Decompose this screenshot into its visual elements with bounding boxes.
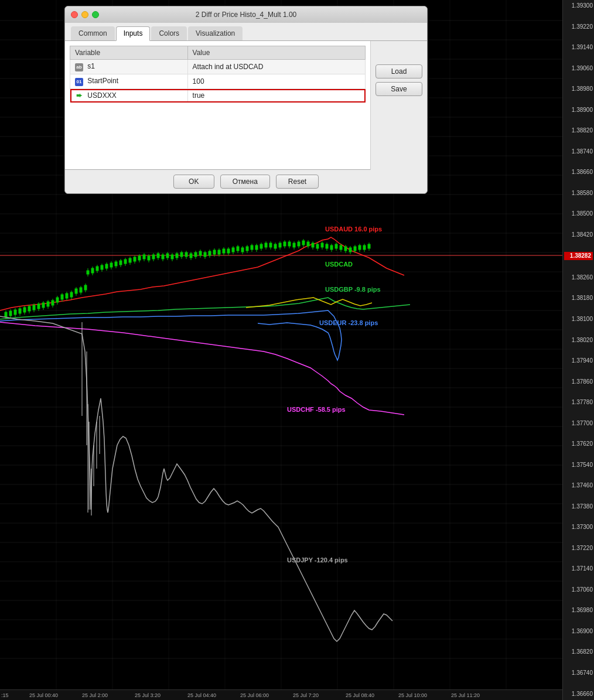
cancel-button[interactable]: Отмена (220, 175, 270, 189)
price-24: 1.37380 (564, 503, 593, 510)
svg-rect-55 (110, 263, 112, 267)
price-8: 1.38740 (564, 148, 593, 155)
svg-rect-175 (23, 308, 26, 312)
svg-rect-115 (251, 245, 253, 250)
svg-rect-169 (9, 311, 12, 316)
series-label-usdgbp: USDGBP -9.8 pips (325, 286, 381, 293)
dialog-titlebar: 2 Diff or Price Histo_4_Mult 1.00 (65, 6, 427, 23)
price-31: 1.36820 (564, 648, 593, 655)
svg-rect-89 (190, 254, 192, 258)
close-button[interactable] (71, 11, 78, 18)
price-30: 1.36900 (564, 628, 593, 635)
time-label-0: :15 (1, 692, 9, 698)
time-label-4: 25 Jul 04:40 (187, 692, 216, 698)
price-11: 1.38500 (564, 210, 593, 217)
svg-rect-107 (232, 248, 234, 252)
price-12: 1.38420 (564, 231, 593, 238)
svg-rect-193 (66, 293, 68, 298)
svg-rect-145 (321, 243, 323, 247)
svg-rect-201 (84, 285, 87, 290)
svg-rect-173 (19, 309, 21, 313)
svg-rect-183 (42, 303, 45, 308)
minimize-button[interactable] (81, 11, 88, 18)
series-label-usdeur: USDEUR -23.8 pips (319, 319, 378, 326)
price-18: 1.37860 (564, 378, 593, 385)
svg-rect-153 (340, 245, 342, 250)
tab-bar: Common Inputs Colors Visualization (65, 23, 427, 41)
ok-button[interactable]: OK (173, 175, 214, 189)
tab-common[interactable]: Common (71, 26, 115, 40)
time-label-5: 25 Jul 06:00 (240, 692, 269, 698)
price-22: 1.37540 (564, 462, 593, 469)
svg-rect-139 (307, 242, 309, 246)
price-14: 1.38180 (564, 295, 593, 302)
price-17: 1.37940 (564, 357, 593, 364)
var-icon-arrow: ➨ (75, 91, 83, 100)
svg-rect-81 (171, 255, 173, 259)
price-19: 1.37780 (564, 399, 593, 406)
svg-rect-189 (56, 298, 59, 302)
svg-rect-85 (180, 252, 183, 257)
svg-rect-191 (61, 295, 63, 299)
dialog-title: 2 Diff or Price Histo_4_Mult 1.00 (196, 11, 297, 19)
tab-colors[interactable]: Colors (151, 26, 187, 40)
svg-rect-101 (218, 250, 220, 254)
svg-rect-167 (5, 312, 7, 317)
price-4: 1.39060 (564, 65, 593, 72)
time-axis: :15 25 Jul 00:40 25 Jul 2:00 25 Jul 3:20… (0, 689, 562, 700)
price-7: 1.38820 (564, 127, 593, 134)
price-27: 1.37140 (564, 565, 593, 572)
price-13: 1.38260 (564, 274, 593, 281)
tab-inputs[interactable]: Inputs (116, 26, 151, 41)
svg-rect-99 (213, 250, 216, 254)
load-button[interactable]: Load (375, 64, 422, 78)
price-5: 1.38980 (564, 86, 593, 93)
price-axis: 1.39300 1.39220 1.39140 1.39060 1.38980 … (562, 0, 594, 700)
svg-rect-47 (91, 268, 94, 273)
svg-rect-199 (80, 288, 82, 292)
svg-rect-117 (255, 245, 258, 250)
svg-rect-123 (269, 243, 272, 247)
price-6: 1.38900 (564, 107, 593, 114)
svg-rect-129 (284, 242, 286, 246)
svg-rect-177 (28, 306, 30, 311)
svg-rect-125 (274, 244, 276, 248)
table-row[interactable]: 01 StartPoint 100 (70, 74, 366, 89)
tab-visualization[interactable]: Visualization (188, 26, 243, 40)
series-label-usdchf: USDCHF -58.5 pips (287, 406, 346, 413)
svg-rect-143 (316, 244, 319, 248)
svg-rect-165 (368, 244, 370, 248)
price-1: 1.39300 (564, 2, 593, 9)
svg-rect-141 (312, 243, 314, 247)
svg-rect-95 (204, 252, 206, 257)
svg-rect-155 (344, 247, 347, 251)
table-row[interactable]: ab s1 Attach ind at USDCAD (70, 60, 366, 74)
price-29: 1.36980 (564, 607, 593, 614)
time-label-9: 25 Jul 11:20 (451, 692, 480, 698)
col-header-value: Value (187, 46, 365, 60)
table-row-selected[interactable]: ➨ USDXXX true (70, 89, 366, 103)
svg-rect-113 (246, 247, 248, 251)
svg-rect-181 (37, 304, 40, 309)
series-label-usdjpy: USDJPY -120.4 pips (287, 556, 348, 564)
svg-rect-109 (237, 247, 239, 251)
price-16: 1.38020 (564, 337, 593, 344)
dialog-content: Variable Value ab s1 Attach ind at USDCA… (65, 41, 370, 170)
var-name-startpoint: 01 StartPoint (70, 74, 188, 89)
svg-rect-59 (120, 261, 122, 265)
svg-rect-163 (363, 245, 366, 250)
svg-rect-103 (223, 249, 225, 253)
maximize-button[interactable] (92, 11, 99, 18)
svg-rect-197 (75, 289, 77, 293)
svg-rect-157 (349, 248, 351, 252)
price-2: 1.39220 (564, 23, 593, 30)
svg-rect-185 (47, 302, 49, 306)
svg-rect-121 (265, 243, 267, 247)
svg-rect-73 (152, 255, 155, 259)
svg-rect-79 (166, 254, 169, 258)
time-label-8: 25 Jul 10:00 (398, 692, 427, 698)
reset-button[interactable]: Reset (276, 175, 319, 189)
time-label-1: 25 Jul 00:40 (29, 692, 58, 698)
save-button[interactable]: Save (375, 82, 422, 96)
svg-rect-119 (260, 244, 262, 248)
